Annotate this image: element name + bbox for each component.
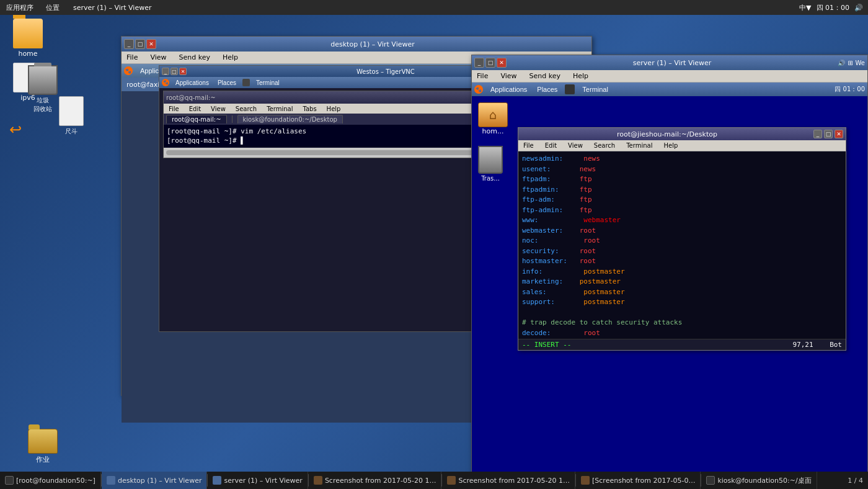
taskbar-right: 中▼ 四 01：00 🔊 [799,3,868,12]
server-gnome-time: 四 01：00 [835,85,865,94]
vim-menu-help[interactable]: Help [661,141,680,150]
task-screenshot-3[interactable]: [Screenshot from 2017-05-0… [576,472,701,489]
task-screenshot-1-label: Screenshot from 2017-05-20 1… [325,477,436,485]
vim-line-ftp-adm: ftp-adm: ftp [522,195,842,205]
gnome-footprint-icon: 🐾 [124,66,133,75]
inner-menu-edit[interactable]: Edit [187,105,203,113]
vim-line-ftp-admin: ftp-admin: ftp [522,205,842,216]
arrow-decoration: ↩ [9,121,22,138]
tab-kiosk[interactable]: kiosk@foundation0:~/Desktop [237,115,343,123]
task-server-viewer[interactable]: server (1) – Virt Viewer [208,472,308,489]
vim-menu-view[interactable]: View [565,141,585,150]
menu-file[interactable]: File [124,53,140,62]
server-menu-file[interactable]: File [474,71,490,81]
vim-position: 97,21 Bot [793,341,843,349]
inner-terminal-title: root@qq-mail:~ [166,94,216,101]
task-terminal[interactable]: [root@foundation50:~] [0,472,101,489]
maximize-btn[interactable]: □ [135,39,145,49]
vim-blank-1 [522,308,842,318]
trash-icon[interactable]: 垃圾 回收站 [28,65,58,114]
server-volume: 🔊 [838,60,845,66]
vim-insert-mode: -- INSERT -- [522,341,571,349]
volume-icon: 🔊 [854,4,863,12]
menu-view[interactable]: View [148,53,169,62]
task-screenshot-2-icon [447,476,456,485]
inner-menu-tabs[interactable]: Tabs [300,105,319,113]
server-home-icon[interactable]: hom... [478,102,508,135]
server-home-img [478,102,508,127]
server-viewer-right: 🔊 ⊞ We [838,60,865,66]
task-screenshot-1-icon [314,476,322,485]
inner-menu-search[interactable]: Search [233,105,259,113]
inner-menu-help[interactable]: Help [324,105,343,113]
vim-line-newsadmin: newsadmin: news [522,154,842,164]
vim-maximize[interactable]: □ [824,130,833,138]
inner-menu-terminal[interactable]: Terminal [264,105,295,113]
task-screenshot-2[interactable]: Screenshot from 2017-05-20 1… [442,472,575,489]
task-screenshot-2-label: Screenshot from 2017-05-20 1… [458,477,570,485]
server-trash[interactable]: Tras... [478,146,503,182]
server-apps-btn[interactable]: Applications [488,85,529,94]
home-folder-label: home [18,50,37,58]
server-expand: ⊞ [848,60,852,66]
vim-menu-edit[interactable]: Edit [542,141,559,150]
task-screenshot-1[interactable]: Screenshot from 2017-05-20 1… [309,472,442,489]
task-kiosk[interactable]: kiosk@foundation50:~/桌面 [701,472,817,489]
desktop-viewer-controls: _ □ ✕ [124,39,156,49]
menu-sendkey[interactable]: Send key [177,53,213,62]
minimize-btn[interactable]: _ [124,39,134,49]
server-terminal-btn[interactable]: Terminal [580,85,611,94]
vim-line-hostmaster: hostmaster: root [522,256,842,267]
task-screenshot-3-label: [Screenshot from 2017-05-0… [592,477,695,485]
top-taskbar: 应用程序 位置 server (1) – Virt Viewer 中▼ 四 01… [0,0,868,15]
server-close-btn[interactable]: ✕ [497,58,507,68]
places-menu-btn[interactable]: 位置 [42,2,63,14]
menu-help[interactable]: Help [220,53,241,62]
work-folder[interactable]: 作业 [28,429,58,464]
vim-minimize[interactable]: _ [813,130,822,138]
server-minimize-btn[interactable]: _ [474,58,484,68]
vim-comment-trap: # trap decode to catch security attacks [522,318,842,328]
server-gnome-icon: 🐾 [474,85,483,94]
tab-root-qqmail[interactable]: root@qq-mail:~ [166,115,227,123]
file-img [59,96,84,126]
server-terminal-icon [565,84,575,94]
vim-line-webmaster: webmaster: root [522,226,842,236]
vim-line-www: www: webmaster [522,215,842,226]
active-window-title: server (1) – Virt Viewer [73,4,151,12]
server-menu-sendkey[interactable]: Send key [527,71,563,81]
file-label: 尺斗 [65,127,78,136]
vim-line-noc: noc: root [522,236,842,246]
server-maximize-btn[interactable]: □ [485,58,495,68]
file-icon-item[interactable]: 尺斗 [59,96,84,136]
work-folder-img [28,429,58,454]
tab-close-btn [232,115,232,123]
vim-status-bar: -- INSERT -- 97,21 Bot [518,339,846,350]
trash-img [28,65,58,95]
vim-title: root@jieshou-mail:~/Desktop [521,130,813,138]
vim-line-marketing: marketing: postmaster [522,277,842,287]
vim-line-usenet: usenet: news [522,164,842,175]
task-terminal-label: [root@foundation50:~] [16,477,95,485]
taskbar-left: 应用程序 位置 server (1) – Virt Viewer [0,2,151,14]
inner-menu-view[interactable]: View [208,105,228,113]
task-desktop-viewer[interactable]: desktop (1) – Virt Viewer [102,472,208,489]
input-method: 中▼ [799,3,811,12]
bottom-taskbar: [root@foundation50:~] desktop (1) – Virt… [0,472,868,489]
vim-menu-terminal[interactable]: Terminal [624,141,655,150]
vim-line-security: security: root [522,246,842,257]
server-places-btn[interactable]: Places [534,85,560,94]
server-viewer-titlebar: _ □ ✕ server (1) – Virt Viewer 🔊 ⊞ We [472,55,867,70]
vim-close[interactable]: ✕ [835,130,843,138]
inner-menu-file[interactable]: File [166,105,182,113]
pagination: 1 / 4 [848,477,868,485]
server-menu-help[interactable]: Help [570,71,591,81]
vim-menu-search[interactable]: Search [591,141,618,150]
server-menu-view[interactable]: View [498,71,519,81]
app-menu-btn[interactable]: 应用程序 [2,2,37,14]
home-folder-icon[interactable]: home [6,19,50,58]
vim-controls: _ □ ✕ [813,130,843,138]
close-btn[interactable]: ✕ [146,39,156,49]
task-kiosk-label: kiosk@foundation50:~/桌面 [717,476,811,485]
vim-menu-file[interactable]: File [521,141,536,150]
